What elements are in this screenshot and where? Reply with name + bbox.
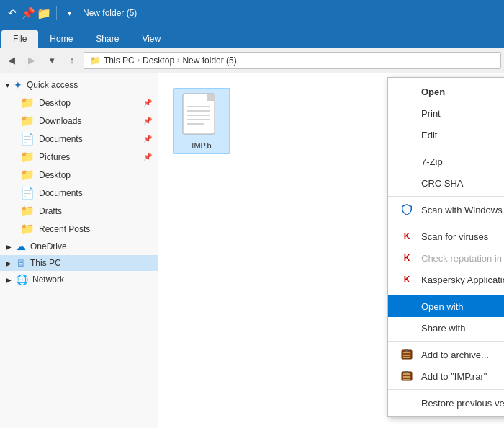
ctx-addarchive[interactable]: Add to archive... <box>388 344 504 365</box>
ctx-crcsha[interactable]: CRC SHA › <box>388 172 504 194</box>
folder-icon[interactable]: 📁 <box>37 6 50 19</box>
title-bar: ↶ 📌 📁 ▾ New folder (5) <box>0 0 504 26</box>
up-button[interactable]: ↑ <box>63 52 81 69</box>
ctx-kaspersky-icon-1: K <box>400 229 414 244</box>
sidebar-quickaccess-header[interactable]: ▾ ✦ Quick access <box>0 76 158 94</box>
path-part-3: New folder (5) <box>182 55 236 66</box>
thispc-label: This PC <box>30 258 61 268</box>
onedrive-label: OneDrive <box>30 241 67 251</box>
network-label: Network <box>32 275 64 285</box>
ctx-sep-3 <box>388 223 504 223</box>
ctx-addrar[interactable]: Add to "IMP.rar" <box>388 365 504 387</box>
ctx-restore-icon <box>400 396 414 410</box>
ctx-advisor[interactable]: K Kaspersky Application Advisor <box>388 269 504 290</box>
ctx-sharewith-icon <box>400 321 414 335</box>
path-part-2: Desktop <box>143 55 174 66</box>
undo-icon[interactable]: ↶ <box>6 6 19 19</box>
sidebar-thispc[interactable]: ▶ 🖥 This PC <box>0 255 158 271</box>
path-part-1: This PC <box>104 55 135 66</box>
file-item[interactable]: IMP.b <box>173 88 230 154</box>
sidebar-label: Desktop <box>39 170 71 180</box>
pin-icon[interactable]: 📌 <box>22 6 35 19</box>
ctx-open[interactable]: Open <box>388 81 504 102</box>
address-bar: ◀ ▶ ▾ ↑ 📁 This PC › Desktop › New folder… <box>0 48 504 73</box>
svg-rect-13 <box>405 349 408 352</box>
sidebar-onedrive-header[interactable]: ▶ ☁ OneDrive <box>0 238 158 255</box>
ctx-openwith[interactable]: Open with › <box>388 295 504 317</box>
ctx-addrar-label: Add to "IMP.rar" <box>421 371 487 382</box>
sidebar-label: Pictures <box>39 152 70 162</box>
ctx-defender[interactable]: Scan with Windows Defender... <box>388 199 504 220</box>
tab-share[interactable]: Share <box>84 30 130 48</box>
ctx-defender-label: Scan with Windows Defender... <box>421 205 504 215</box>
svg-rect-18 <box>403 379 410 380</box>
ctx-sep-6 <box>388 389 504 390</box>
ctx-advisor-label: Kaspersky Application Advisor <box>421 275 504 285</box>
ctx-scanviruses-label: Scan for viruses <box>421 231 488 242</box>
star-icon: ✦ <box>14 79 22 91</box>
ctx-restore-label: Restore previous versions <box>421 398 504 409</box>
tab-home[interactable]: Home <box>38 30 84 48</box>
folder-icon: 📁 <box>20 204 35 218</box>
sidebar-item-documents1[interactable]: 📄 Documents 📌 <box>0 130 158 148</box>
sidebar-item-documents2[interactable]: 📄 Documents <box>0 184 158 202</box>
ctx-print-icon <box>400 106 414 120</box>
ctx-open-icon <box>400 84 414 99</box>
tab-file[interactable]: File <box>1 30 38 48</box>
back-button[interactable]: ◀ <box>3 52 20 69</box>
sidebar-item-drafts[interactable]: 📁 Drafts <box>0 202 158 220</box>
ctx-ksn-label: Check reputation in KSN <box>421 253 504 264</box>
title-bar-icons: ↶ 📌 📁 ▾ <box>6 6 76 20</box>
path-sep-1: › <box>138 56 140 64</box>
content-area[interactable]: IMP.b Open Print Edit 7-Zip › <box>158 73 504 428</box>
svg-rect-16 <box>403 373 410 375</box>
sidebar-item-downloads[interactable]: 📁 Downloads 📌 <box>0 112 158 130</box>
folder-icon: 📄 <box>20 186 35 200</box>
ctx-7zip-icon <box>400 154 414 169</box>
ctx-sharewith-label: Share with <box>421 323 465 334</box>
pin-icon: 📌 <box>143 117 152 125</box>
folder-icon: 📁 <box>20 222 35 236</box>
ctx-edit[interactable]: Edit <box>388 124 504 146</box>
sidebar-item-pictures[interactable]: 📁 Pictures 📌 <box>0 148 158 166</box>
ctx-addarchive-label: Add to archive... <box>421 349 489 360</box>
ctx-edit-label: Edit <box>421 130 437 141</box>
sidebar-network-header[interactable]: ▶ 🌐 Network <box>0 271 158 288</box>
chevron-icon: ▶ <box>6 276 12 284</box>
recent-button[interactable]: ▾ <box>43 52 60 69</box>
path-sep-2: › <box>177 56 179 64</box>
ctx-crcsha-icon <box>400 176 414 190</box>
tab-view[interactable]: View <box>130 30 172 48</box>
folder-icon: 📄 <box>20 132 35 146</box>
folder-icon: 📁 <box>20 96 35 110</box>
svg-rect-2 <box>207 94 215 101</box>
ctx-sharewith[interactable]: Share with › <box>388 317 504 339</box>
folder-icon: 📁 <box>20 114 35 128</box>
sidebar-item-recentposts[interactable]: 📁 Recent Posts <box>0 220 158 238</box>
ctx-print-label: Print <box>421 108 441 119</box>
pc-icon: 🖥 <box>16 257 26 269</box>
ctx-print[interactable]: Print <box>388 102 504 124</box>
forward-button[interactable]: ▶ <box>23 52 40 69</box>
title-separator <box>56 6 57 20</box>
chevron-icon: ▾ <box>6 81 9 89</box>
sidebar-label: Downloads <box>39 116 81 126</box>
dropdown-icon[interactable]: ▾ <box>63 6 76 19</box>
context-menu: Open Print Edit 7-Zip › CRC SHA › <box>387 77 504 417</box>
ctx-7zip-label: 7-Zip <box>421 156 443 167</box>
ctx-sep-4 <box>388 293 504 293</box>
sidebar-label: Drafts <box>39 206 62 216</box>
sidebar-item-desktop1[interactable]: 📁 Desktop 📌 <box>0 94 158 112</box>
ctx-scanviruses[interactable]: K Scan for viruses <box>388 226 504 247</box>
address-path[interactable]: 📁 This PC › Desktop › New folder (5) <box>84 52 501 69</box>
ctx-7zip[interactable]: 7-Zip › <box>388 151 504 172</box>
ctx-archive-icon-2 <box>400 369 414 383</box>
sidebar-item-desktop2[interactable]: 📁 Desktop <box>0 166 158 184</box>
network-icon: 🌐 <box>16 274 28 285</box>
main-layout: ▾ ✦ Quick access 📁 Desktop 📌 📁 Downloads… <box>0 73 504 428</box>
ctx-open-label: Open <box>421 86 445 97</box>
window-title: New folder (5) <box>83 8 137 18</box>
ctx-kaspersky-icon-2: K <box>400 251 414 265</box>
ctx-restore[interactable]: Restore previous versions <box>388 392 504 414</box>
ctx-sep-1 <box>388 148 504 148</box>
